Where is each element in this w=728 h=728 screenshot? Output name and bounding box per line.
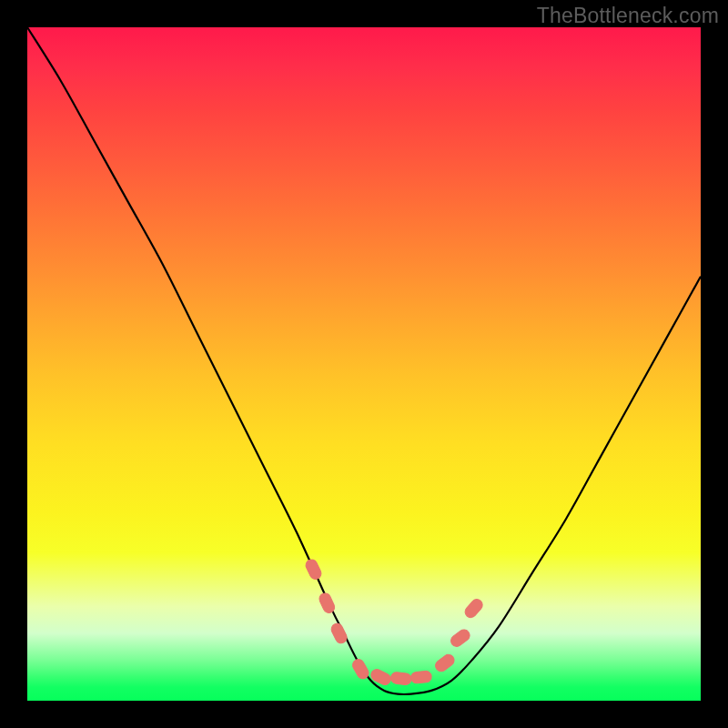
curve-marker: [433, 652, 456, 674]
watermark-text: TheBottleneck.com: [537, 4, 719, 28]
plot-area: [27, 27, 701, 701]
curve-marker: [369, 667, 393, 686]
curve-marker: [304, 558, 323, 581]
curve-marker: [329, 622, 349, 645]
curve-marker: [410, 671, 432, 684]
curve-markers: [304, 558, 485, 687]
curve-marker: [449, 627, 471, 649]
curve-layer: [27, 27, 701, 701]
curve-marker: [390, 672, 412, 685]
bottleneck-curve: [27, 27, 701, 694]
curve-marker: [463, 597, 485, 620]
chart-frame: TheBottleneck.com: [0, 0, 728, 728]
